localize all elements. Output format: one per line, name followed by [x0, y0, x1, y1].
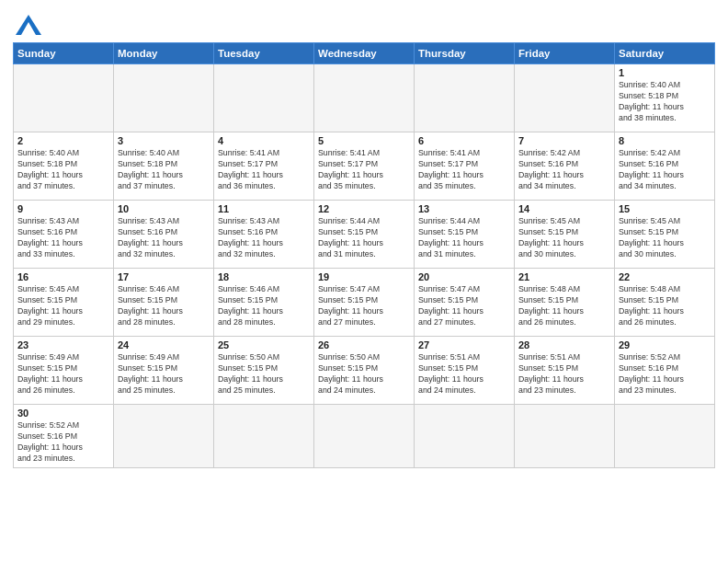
- weekday-header-wednesday: Wednesday: [314, 43, 415, 64]
- day-cell: [515, 64, 615, 132]
- day-number: 22: [619, 271, 711, 282]
- day-number: 5: [318, 135, 410, 146]
- day-number: 4: [218, 135, 310, 146]
- day-number: 30: [17, 408, 109, 419]
- day-cell: 12Sunrise: 5:44 AM Sunset: 5:15 PM Dayli…: [314, 201, 415, 269]
- day-info: Sunrise: 5:45 AM Sunset: 5:15 PM Dayligh…: [619, 216, 711, 260]
- day-cell: 21Sunrise: 5:48 AM Sunset: 5:15 PM Dayli…: [515, 269, 615, 337]
- day-cell: 18Sunrise: 5:46 AM Sunset: 5:15 PM Dayli…: [214, 269, 314, 337]
- day-cell: 2Sunrise: 5:40 AM Sunset: 5:18 PM Daylig…: [14, 132, 114, 201]
- day-cell: [214, 64, 314, 132]
- week-row-2: 2Sunrise: 5:40 AM Sunset: 5:18 PM Daylig…: [14, 132, 715, 201]
- day-cell: 29Sunrise: 5:52 AM Sunset: 5:16 PM Dayli…: [615, 337, 715, 405]
- day-number: 25: [218, 339, 310, 350]
- day-cell: [415, 405, 515, 468]
- week-row-4: 16Sunrise: 5:45 AM Sunset: 5:15 PM Dayli…: [14, 269, 715, 337]
- day-info: Sunrise: 5:45 AM Sunset: 5:15 PM Dayligh…: [518, 216, 610, 260]
- day-info: Sunrise: 5:46 AM Sunset: 5:15 PM Dayligh…: [218, 284, 310, 328]
- week-row-6: 30Sunrise: 5:52 AM Sunset: 5:16 PM Dayli…: [14, 405, 715, 468]
- day-cell: 24Sunrise: 5:49 AM Sunset: 5:15 PM Dayli…: [114, 337, 214, 405]
- day-cell: 9Sunrise: 5:43 AM Sunset: 5:16 PM Daylig…: [14, 201, 114, 269]
- day-number: 13: [418, 203, 510, 214]
- day-info: Sunrise: 5:40 AM Sunset: 5:18 PM Dayligh…: [118, 148, 210, 192]
- day-number: 19: [318, 271, 410, 282]
- week-row-1: 1Sunrise: 5:40 AM Sunset: 5:18 PM Daylig…: [14, 64, 715, 132]
- day-info: Sunrise: 5:48 AM Sunset: 5:15 PM Dayligh…: [619, 284, 711, 328]
- day-info: Sunrise: 5:43 AM Sunset: 5:16 PM Dayligh…: [218, 216, 310, 260]
- day-cell: 3Sunrise: 5:40 AM Sunset: 5:18 PM Daylig…: [114, 132, 214, 201]
- day-number: 6: [418, 135, 510, 146]
- day-info: Sunrise: 5:43 AM Sunset: 5:16 PM Dayligh…: [17, 216, 109, 260]
- day-cell: [415, 64, 515, 132]
- day-number: 9: [17, 203, 109, 214]
- day-cell: 10Sunrise: 5:43 AM Sunset: 5:16 PM Dayli…: [114, 201, 214, 269]
- weekday-header-thursday: Thursday: [415, 43, 515, 64]
- day-cell: [314, 405, 415, 468]
- day-cell: 13Sunrise: 5:44 AM Sunset: 5:15 PM Dayli…: [415, 201, 515, 269]
- day-number: 11: [218, 203, 310, 214]
- weekday-header-friday: Friday: [515, 43, 615, 64]
- day-cell: 4Sunrise: 5:41 AM Sunset: 5:17 PM Daylig…: [214, 132, 314, 201]
- weekday-header-monday: Monday: [114, 43, 214, 64]
- day-info: Sunrise: 5:50 AM Sunset: 5:15 PM Dayligh…: [218, 352, 310, 396]
- day-cell: 23Sunrise: 5:49 AM Sunset: 5:15 PM Dayli…: [14, 337, 114, 405]
- day-info: Sunrise: 5:47 AM Sunset: 5:15 PM Dayligh…: [318, 284, 410, 328]
- day-cell: 14Sunrise: 5:45 AM Sunset: 5:15 PM Dayli…: [515, 201, 615, 269]
- day-number: 2: [17, 135, 109, 146]
- day-info: Sunrise: 5:47 AM Sunset: 5:15 PM Dayligh…: [418, 284, 510, 328]
- day-info: Sunrise: 5:46 AM Sunset: 5:15 PM Dayligh…: [118, 284, 210, 328]
- day-info: Sunrise: 5:52 AM Sunset: 5:16 PM Dayligh…: [17, 420, 109, 465]
- calendar: SundayMondayTuesdayWednesdayThursdayFrid…: [13, 42, 715, 468]
- day-number: 3: [118, 135, 210, 146]
- day-info: Sunrise: 5:50 AM Sunset: 5:15 PM Dayligh…: [318, 352, 410, 396]
- day-cell: 5Sunrise: 5:41 AM Sunset: 5:17 PM Daylig…: [314, 132, 415, 201]
- day-info: Sunrise: 5:45 AM Sunset: 5:15 PM Dayligh…: [17, 284, 109, 328]
- day-number: 8: [619, 135, 711, 146]
- day-number: 12: [318, 203, 410, 214]
- day-cell: [114, 64, 214, 132]
- day-info: Sunrise: 5:44 AM Sunset: 5:15 PM Dayligh…: [418, 216, 510, 260]
- day-cell: [515, 405, 615, 468]
- day-number: 24: [118, 339, 210, 350]
- day-number: 21: [518, 271, 610, 282]
- day-number: 16: [17, 271, 109, 282]
- day-info: Sunrise: 5:43 AM Sunset: 5:16 PM Dayligh…: [118, 216, 210, 260]
- day-cell: 15Sunrise: 5:45 AM Sunset: 5:15 PM Dayli…: [615, 201, 715, 269]
- logo: [13, 11, 41, 35]
- day-number: 14: [518, 203, 610, 214]
- day-cell: 22Sunrise: 5:48 AM Sunset: 5:15 PM Dayli…: [615, 269, 715, 337]
- day-info: Sunrise: 5:42 AM Sunset: 5:16 PM Dayligh…: [619, 148, 711, 192]
- week-row-3: 9Sunrise: 5:43 AM Sunset: 5:16 PM Daylig…: [14, 201, 715, 269]
- day-info: Sunrise: 5:51 AM Sunset: 5:15 PM Dayligh…: [418, 352, 510, 396]
- day-number: 26: [318, 339, 410, 350]
- day-number: 23: [17, 339, 109, 350]
- day-info: Sunrise: 5:40 AM Sunset: 5:18 PM Dayligh…: [17, 148, 109, 192]
- day-info: Sunrise: 5:40 AM Sunset: 5:18 PM Dayligh…: [619, 80, 711, 124]
- day-cell: 27Sunrise: 5:51 AM Sunset: 5:15 PM Dayli…: [415, 337, 515, 405]
- page: SundayMondayTuesdayWednesdayThursdayFrid…: [0, 0, 728, 563]
- day-info: Sunrise: 5:48 AM Sunset: 5:15 PM Dayligh…: [518, 284, 610, 328]
- weekday-header-sunday: Sunday: [14, 43, 114, 64]
- weekday-header-saturday: Saturday: [615, 43, 715, 64]
- day-cell: [14, 64, 114, 132]
- day-cell: 16Sunrise: 5:45 AM Sunset: 5:15 PM Dayli…: [14, 269, 114, 337]
- day-info: Sunrise: 5:42 AM Sunset: 5:16 PM Dayligh…: [518, 148, 610, 192]
- day-cell: 20Sunrise: 5:47 AM Sunset: 5:15 PM Dayli…: [415, 269, 515, 337]
- day-number: 7: [518, 135, 610, 146]
- day-cell: 11Sunrise: 5:43 AM Sunset: 5:16 PM Dayli…: [214, 201, 314, 269]
- day-cell: 17Sunrise: 5:46 AM Sunset: 5:15 PM Dayli…: [114, 269, 214, 337]
- day-cell: [114, 405, 214, 468]
- day-number: 15: [619, 203, 711, 214]
- weekday-header-row: SundayMondayTuesdayWednesdayThursdayFrid…: [14, 43, 715, 64]
- day-number: 10: [118, 203, 210, 214]
- day-cell: 7Sunrise: 5:42 AM Sunset: 5:16 PM Daylig…: [515, 132, 615, 201]
- weekday-header-tuesday: Tuesday: [214, 43, 314, 64]
- day-info: Sunrise: 5:41 AM Sunset: 5:17 PM Dayligh…: [318, 148, 410, 192]
- logo-icon: [16, 15, 41, 35]
- day-info: Sunrise: 5:49 AM Sunset: 5:15 PM Dayligh…: [118, 352, 210, 396]
- day-number: 17: [118, 271, 210, 282]
- day-cell: 6Sunrise: 5:41 AM Sunset: 5:17 PM Daylig…: [415, 132, 515, 201]
- day-info: Sunrise: 5:52 AM Sunset: 5:16 PM Dayligh…: [619, 352, 711, 396]
- day-info: Sunrise: 5:41 AM Sunset: 5:17 PM Dayligh…: [418, 148, 510, 192]
- day-cell: 1Sunrise: 5:40 AM Sunset: 5:18 PM Daylig…: [615, 64, 715, 132]
